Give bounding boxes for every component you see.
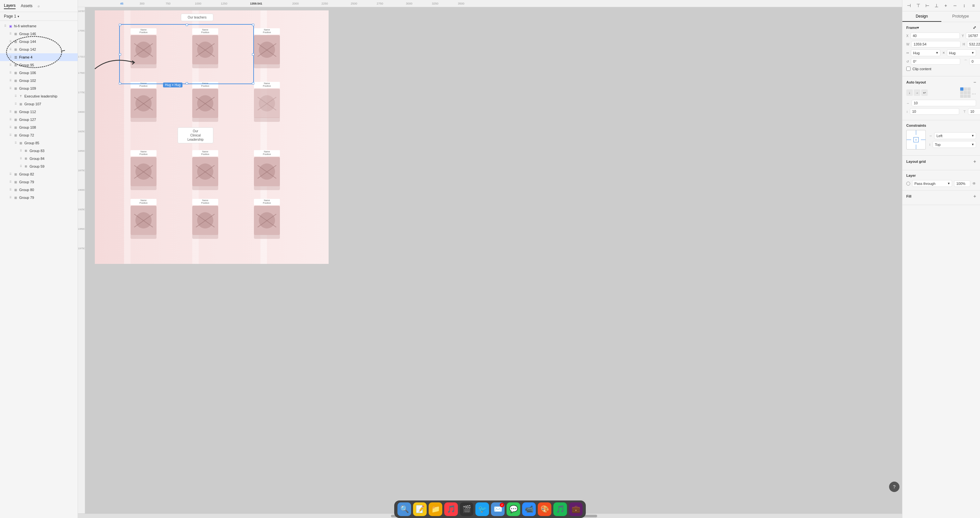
layer-label: hi-fi wireframe bbox=[14, 24, 37, 28]
dock-twitter[interactable]: 🐦 bbox=[476, 502, 489, 516]
layer-group-79b[interactable]: ⠿ ⊞ Group 79 bbox=[0, 194, 78, 201]
dock-zoom[interactable]: 📹 bbox=[522, 502, 536, 516]
xy-row: X Y bbox=[906, 32, 976, 39]
help-button[interactable]: ? bbox=[889, 481, 899, 492]
v-constraint-dropdown[interactable]: Top▾ bbox=[932, 141, 976, 148]
layer-group-84[interactable]: ⠿ ⊞ Group 84 bbox=[0, 155, 78, 163]
radius-input[interactable] bbox=[969, 58, 980, 65]
dir-right-btn[interactable]: → bbox=[914, 89, 920, 96]
layer-group-80[interactable]: ⠿ ⊞ Group 80 bbox=[0, 186, 78, 194]
ruler-mark: 17500 bbox=[78, 72, 85, 75]
more-align-icon[interactable]: ≡ bbox=[970, 2, 977, 9]
align-center-h-icon[interactable]: ⊤ bbox=[915, 2, 921, 9]
autolayout-minus-btn[interactable]: − bbox=[974, 80, 976, 85]
align-center-v-icon[interactable]: + bbox=[943, 2, 949, 9]
layer-group-95[interactable]: ⠿ ⊞ Group 95 bbox=[0, 61, 78, 69]
wh-row: W H bbox=[906, 41, 976, 48]
person-card: NamePosition bbox=[254, 28, 280, 68]
dock-figma[interactable]: 🎨 bbox=[538, 502, 551, 516]
person-card: NamePosition bbox=[130, 82, 156, 122]
x-input[interactable] bbox=[910, 32, 960, 39]
layer-label: Group 109 bbox=[19, 86, 36, 90]
y-scale-dropdown[interactable]: Hug▾ bbox=[947, 49, 977, 56]
padding-top-input[interactable] bbox=[910, 108, 959, 115]
section-frame: Frame ▾ ⤢ X Y W H ⇔ Hug▾ ✕ Hug▾ ↺ bbox=[902, 22, 980, 77]
section-layer-title: Layer bbox=[906, 174, 976, 177]
layer-group-102[interactable]: ⠿ ⊞ Group 102 bbox=[0, 77, 78, 84]
dir-wrap-btn[interactable]: ↩ bbox=[921, 89, 928, 96]
x-scale-dropdown[interactable]: Hug▾ bbox=[911, 49, 940, 56]
dock-spotify[interactable]: 🎵 bbox=[553, 502, 567, 516]
tab-layers[interactable]: Layers bbox=[4, 3, 16, 9]
eye-icon[interactable]: 👁 bbox=[972, 181, 976, 186]
h-constraint-dropdown[interactable]: Left▾ bbox=[934, 132, 976, 139]
align-left-icon[interactable]: ⊣ bbox=[906, 2, 912, 9]
group-icon: ⊞ bbox=[13, 86, 18, 91]
section-layout-grid-title: Layout grid + bbox=[906, 159, 976, 164]
panel-header: Layers Assets ⌕ bbox=[0, 0, 78, 12]
layer-group-107[interactable]: ⠿ ⊞ Group 107 bbox=[0, 100, 78, 108]
dock-finder[interactable]: 🔍 bbox=[398, 502, 411, 516]
distribute-icon[interactable]: ↕ bbox=[961, 2, 967, 9]
layer-mode-dropdown[interactable]: Pass through▾ bbox=[912, 180, 952, 187]
opacity-input[interactable] bbox=[954, 180, 970, 187]
layer-group-79a[interactable]: ⠿ ⊞ Group 79 bbox=[0, 178, 78, 186]
card-photo bbox=[130, 157, 156, 186]
canvas-viewport[interactable]: Our teachers NamePosition NamePosition bbox=[85, 7, 902, 513]
card-name-pos: NamePosition bbox=[254, 199, 280, 205]
rotation-input[interactable] bbox=[911, 58, 960, 65]
ruler-mark: 17319 bbox=[78, 55, 85, 58]
layer-group-146[interactable]: ⠿ ⊞ Group 146 bbox=[0, 30, 78, 38]
layer-group-85[interactable]: ⠿ ⊞ Group 85 bbox=[0, 139, 78, 147]
ruler-mark: 18000 bbox=[78, 110, 85, 113]
dock-notes[interactable]: 📝 bbox=[413, 502, 427, 516]
card-bottom bbox=[192, 234, 218, 239]
frame-expand-icon[interactable]: ⤢ bbox=[973, 26, 976, 30]
layer-label: Group 79 bbox=[19, 196, 34, 199]
layer-group-127[interactable]: ⠿ ⊞ Group 127 bbox=[0, 116, 78, 123]
rotation-icon: ↺ bbox=[906, 60, 909, 63]
dock-messages[interactable]: 💬 bbox=[507, 502, 520, 516]
layer-group-106[interactable]: ⠿ ⊞ Group 106 bbox=[0, 69, 78, 77]
layer-group-59[interactable]: ⠿ ⊞ Group 59 bbox=[0, 163, 78, 170]
section-constraints-title: Constraints bbox=[906, 123, 976, 128]
group-icon: ⊞ bbox=[13, 70, 18, 75]
dock-video[interactable]: 🎬 bbox=[460, 502, 473, 516]
gap-input[interactable] bbox=[912, 100, 976, 106]
tab-design[interactable]: Design bbox=[902, 11, 941, 22]
dir-down-btn[interactable]: ↓ bbox=[906, 89, 913, 96]
layer-group-72[interactable]: ⠿ ⊞ Group 72 bbox=[0, 131, 78, 139]
layer-executive-leadership[interactable]: ⠿ T Executive leadership bbox=[0, 92, 78, 100]
clip-checkbox[interactable] bbox=[906, 67, 910, 71]
layer-group-144[interactable]: ⠿ ⊞ Group 144 bbox=[0, 38, 78, 46]
tab-prototype[interactable]: Prototype bbox=[941, 11, 980, 22]
padding-right-input[interactable] bbox=[968, 108, 980, 115]
page-selector[interactable]: Page 1 ▾ bbox=[0, 12, 78, 21]
layer-group-142[interactable]: ⠿ ⊞ Group 142 bbox=[0, 46, 78, 53]
layout-grid-add-btn[interactable]: + bbox=[974, 159, 976, 164]
fill-add-btn[interactable]: + bbox=[974, 194, 976, 199]
autolayout-more-btn[interactable]: … bbox=[972, 90, 976, 95]
dock-mail[interactable]: ✉️ 2 bbox=[491, 502, 504, 516]
layer-frame-4[interactable]: ⠿ ☰ Frame 4 bbox=[0, 53, 78, 61]
w-input[interactable] bbox=[911, 41, 961, 48]
y-input[interactable] bbox=[966, 32, 980, 39]
align-bottom-icon[interactable]: ↔ bbox=[952, 2, 958, 9]
layer-group-112[interactable]: ⠿ ⊞ Group 112 bbox=[0, 108, 78, 116]
dock-files[interactable]: 📁 bbox=[429, 502, 442, 516]
align-top-icon[interactable]: ⊥ bbox=[933, 2, 940, 9]
layer-group-108[interactable]: ⠿ ⊞ Group 108 bbox=[0, 123, 78, 131]
layer-group-82[interactable]: ⠿ ⊞ Group 82 bbox=[0, 170, 78, 178]
dock-slack[interactable]: 💼 bbox=[569, 502, 582, 516]
search-icon[interactable]: ⌕ bbox=[38, 4, 40, 8]
tab-assets[interactable]: Assets bbox=[21, 3, 32, 9]
section-layout-grid: Layout grid + bbox=[902, 156, 980, 170]
layer-group-109[interactable]: ⠿ ⊞ Group 109 bbox=[0, 84, 78, 92]
layer-group-83[interactable]: ⠿ ⊞ Group 83 bbox=[0, 147, 78, 155]
h-input[interactable] bbox=[967, 41, 980, 48]
card-name-pos: NamePosition bbox=[130, 150, 156, 156]
align-right-icon[interactable]: ⊢ bbox=[924, 2, 931, 9]
card-bottom bbox=[130, 186, 156, 190]
dock-music[interactable]: 🎵 bbox=[444, 502, 458, 516]
layer-hi-fi-wireframe[interactable]: ⠿ ▣ hi-fi wireframe bbox=[0, 22, 78, 30]
